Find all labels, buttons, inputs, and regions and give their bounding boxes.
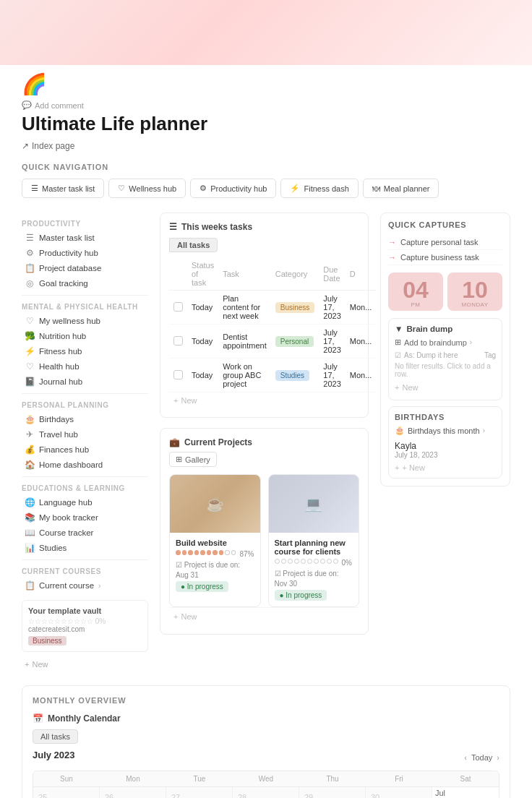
add-comment-label: Add comment [35, 101, 84, 110]
progress-dot [314, 559, 319, 564]
sidebar-item-studies[interactable]: 📊 Studies [22, 541, 148, 555]
quick-nav-tabs: ☰ Master task list ♡ Wellness hub ⚙ Prod… [22, 179, 510, 198]
sidebar-item-productivity-hub[interactable]: ⚙ Productivity hub [22, 246, 148, 260]
projects-title: Current Projects [184, 437, 252, 447]
books-icon: 📚 [25, 512, 35, 523]
project-add-row[interactable]: + New [169, 607, 359, 625]
sidebar-item-label: Nutrition hub [39, 332, 86, 340]
chevron-icon: › [470, 338, 472, 346]
bd-empty-msg: No filter results. Click to add a row. [395, 362, 496, 378]
category-badge: Business [275, 302, 315, 313]
cal-day[interactable]: 28 [233, 787, 299, 798]
sidebar-item-home-dashboard[interactable]: 🏠 Home dashboard [22, 458, 148, 472]
progress-label: 0% [342, 559, 352, 567]
sidebar-item-current-course[interactable]: 📋 Current course › [22, 578, 148, 593]
nav-tab-productivity[interactable]: ⚙ Productivity hub [190, 179, 276, 198]
add-comment-row[interactable]: 💬 Add comment [22, 100, 510, 110]
capture-business-label: Capture business task [400, 253, 479, 262]
sidebar-add-new[interactable]: + New [22, 658, 148, 671]
nav-tab-master-task[interactable]: ☰ Master task list [22, 179, 104, 198]
plus-icon: + [25, 660, 29, 669]
template-site: catecreatesit.com [28, 625, 142, 633]
project-date: Nov 30 [275, 580, 353, 588]
plus-icon: + [395, 383, 399, 392]
cal-next-btn[interactable]: › [497, 753, 499, 762]
sidebar-item-birthdays[interactable]: 🎂 Birthdays [22, 412, 148, 426]
index-link[interactable]: ↗ Index page [22, 141, 510, 151]
sidebar-item-goal-tracking[interactable]: ◎ Goal tracking [22, 276, 148, 291]
sidebar-item-course-tracker[interactable]: 📖 Course tracker [22, 525, 148, 540]
progress-label: 87% [239, 550, 254, 558]
progress-dot [182, 550, 187, 555]
task-checkbox[interactable] [173, 336, 183, 346]
task-checkbox[interactable] [173, 370, 183, 379]
clock-minute-box: 10 MONDAY [447, 273, 502, 311]
task-filter-all[interactable]: All tasks [169, 238, 218, 252]
sidebar-item-travel[interactable]: ✈ Travel hub [22, 427, 148, 442]
nav-tab-label: Fitness dash [304, 184, 348, 193]
grid-icon: ⊞ [395, 338, 401, 347]
sidebar-item-language[interactable]: 🌐 Language hub [22, 495, 148, 510]
capture-personal-btn[interactable]: → Capture personal task [388, 235, 502, 250]
list-icon: ☰ [31, 184, 38, 193]
monthly-label: MONTHLY OVERVIEW [33, 696, 499, 705]
nav-tab-fitness[interactable]: ⚡ Fitness dash [280, 179, 358, 198]
bolt-icon: ⚡ [290, 184, 300, 193]
progress-dots: 87% [176, 550, 254, 558]
col-check [169, 258, 187, 291]
sidebar-item-book-tracker[interactable]: 📚 My book tracker [22, 510, 148, 525]
sidebar-divider [22, 393, 148, 394]
plane-icon: ✈ [25, 429, 35, 439]
sidebar-item-finances[interactable]: 💰 Finances hub [22, 442, 148, 457]
bday-add-row[interactable]: + + New [395, 463, 496, 472]
leaf-icon: 🥦 [25, 331, 35, 341]
add-row-label: New [181, 396, 197, 405]
progress-dot [333, 559, 338, 564]
view-toggle[interactable]: ⊞ Gallery [169, 452, 217, 467]
cal-day[interactable]: 25 [33, 787, 100, 798]
bday-month-filter[interactable]: 🎂 Birthdays this month › [395, 426, 496, 435]
project-due: ☑ Project is due on: [176, 561, 254, 569]
checkbox-icon: ☑ [275, 570, 281, 578]
plus-icon: + [173, 612, 178, 621]
progress-dot [219, 550, 224, 555]
cal-day[interactable]: 27 [166, 787, 233, 798]
sidebar-item-journal[interactable]: 📓 Journal hub [22, 374, 148, 389]
day-num: 25 [36, 791, 49, 798]
sidebar-item-fitness-hub[interactable]: ⚡ Fitness hub [22, 344, 148, 359]
calendar-filter: All tasks [33, 729, 499, 744]
progress-dot [327, 559, 332, 564]
brain-dump-header: ▼ Brain dump [395, 325, 496, 333]
birthdays-title: BIRTHDAYS [395, 413, 496, 421]
cal-day[interactable]: 29 Create home page Propagate new plant … [299, 787, 366, 798]
cal-day[interactable]: 26 [100, 787, 166, 798]
cal-day-header-mon: Mon [100, 771, 166, 787]
cake-icon: 🎂 [395, 426, 405, 435]
bd-add-row[interactable]: + New [395, 381, 496, 394]
nav-tab-wellness[interactable]: ♡ Wellness hub [108, 179, 186, 198]
task-extra: Mon... [346, 325, 377, 359]
add-to-braindump[interactable]: ⊞ Add to braindump › [395, 338, 496, 347]
project-card-body: Start planning new course for clients [269, 533, 359, 606]
progress-dot [307, 559, 312, 564]
nav-tab-meal[interactable]: 🍽 Meal planner [363, 179, 439, 198]
sidebar-item-project-db[interactable]: 📋 Project database [22, 261, 148, 275]
sidebar-item-master-task[interactable]: ☰ Master task list [22, 231, 148, 245]
cal-today-btn[interactable]: Today [471, 753, 492, 762]
cal-nav: ‹ Today › [464, 753, 499, 762]
cal-prev-btn[interactable]: ‹ [464, 753, 467, 762]
sidebar-item-health-hub[interactable]: ♡ Health hub [22, 359, 148, 374]
project-cards: ☕ Build website [169, 474, 359, 607]
task-add-row[interactable]: + New [169, 392, 359, 408]
cal-filter-all[interactable]: All tasks [33, 729, 78, 744]
sidebar-item-label: Journal hub [39, 377, 82, 386]
main-layout: PRODUCTIVITY ☰ Master task list ⚙ Produc… [22, 213, 510, 671]
sidebar-item-wellness-hub[interactable]: ♡ My wellness hub [22, 314, 148, 328]
task-checkbox[interactable] [173, 302, 183, 312]
clock-hour-box: 04 PM [388, 273, 443, 311]
capture-business-btn[interactable]: → Capture business task [388, 250, 502, 265]
cal-day[interactable]: Jul 1 [432, 787, 499, 798]
cal-day[interactable]: 30 [366, 787, 432, 798]
task-name: Dentist appointment [218, 325, 271, 359]
sidebar-item-nutrition[interactable]: 🥦 Nutrition hub [22, 329, 148, 343]
